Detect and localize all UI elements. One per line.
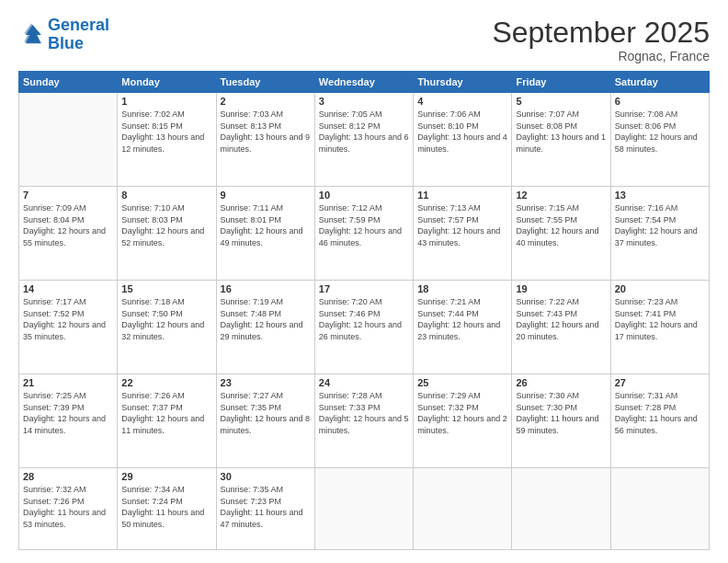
day-number: 5 — [516, 96, 606, 107]
table-row: 2Sunrise: 7:03 AM Sunset: 8:13 PM Daylig… — [216, 93, 314, 187]
table-row: 18Sunrise: 7:21 AM Sunset: 7:44 PM Dayli… — [414, 281, 512, 374]
cell-content: Sunrise: 7:09 AM Sunset: 8:04 PM Dayligh… — [23, 202, 113, 248]
col-friday: Friday — [512, 72, 610, 93]
table-row: 5Sunrise: 7:07 AM Sunset: 8:08 PM Daylig… — [512, 93, 610, 187]
table-row: 4Sunrise: 7:06 AM Sunset: 8:10 PM Daylig… — [414, 93, 512, 187]
day-number: 20 — [615, 283, 705, 294]
cell-content: Sunrise: 7:13 AM Sunset: 7:57 PM Dayligh… — [417, 202, 507, 248]
cell-content: Sunrise: 7:10 AM Sunset: 8:03 PM Dayligh… — [121, 202, 211, 248]
day-number: 16 — [221, 283, 311, 294]
day-number: 9 — [221, 190, 311, 201]
logo: General Blue — [18, 17, 109, 53]
table-row: 30Sunrise: 7:35 AM Sunset: 7:23 PM Dayli… — [216, 468, 314, 550]
day-number: 13 — [615, 190, 705, 201]
day-number: 8 — [121, 190, 211, 201]
cell-content: Sunrise: 7:20 AM Sunset: 7:46 PM Dayligh… — [319, 296, 409, 342]
day-number: 28 — [23, 471, 113, 482]
table-row: 6Sunrise: 7:08 AM Sunset: 8:06 PM Daylig… — [610, 93, 709, 187]
table-row: 17Sunrise: 7:20 AM Sunset: 7:46 PM Dayli… — [314, 281, 413, 374]
svg-marker-1 — [24, 23, 40, 41]
table-row: 14Sunrise: 7:17 AM Sunset: 7:52 PM Dayli… — [19, 281, 118, 374]
cell-content: Sunrise: 7:31 AM Sunset: 7:28 PM Dayligh… — [615, 390, 705, 436]
day-number: 14 — [23, 283, 113, 294]
table-row: 29Sunrise: 7:34 AM Sunset: 7:24 PM Dayli… — [118, 468, 216, 550]
table-row: 26Sunrise: 7:30 AM Sunset: 7:30 PM Dayli… — [512, 374, 610, 468]
day-number: 7 — [23, 190, 113, 201]
day-number: 2 — [221, 96, 311, 107]
table-row: 20Sunrise: 7:23 AM Sunset: 7:41 PM Dayli… — [610, 281, 709, 374]
cell-content: Sunrise: 7:03 AM Sunset: 8:13 PM Dayligh… — [221, 109, 311, 155]
table-row: 22Sunrise: 7:26 AM Sunset: 7:37 PM Dayli… — [118, 374, 216, 468]
location: Rognac, France — [492, 49, 710, 63]
cell-content: Sunrise: 7:16 AM Sunset: 7:54 PM Dayligh… — [615, 202, 705, 248]
table-row — [512, 468, 610, 550]
table-row: 23Sunrise: 7:27 AM Sunset: 7:35 PM Dayli… — [216, 374, 314, 468]
day-number: 22 — [121, 377, 211, 388]
table-row: 13Sunrise: 7:16 AM Sunset: 7:54 PM Dayli… — [610, 187, 709, 281]
cell-content: Sunrise: 7:11 AM Sunset: 8:01 PM Dayligh… — [221, 202, 311, 248]
day-number: 19 — [516, 283, 606, 294]
table-row: 11Sunrise: 7:13 AM Sunset: 7:57 PM Dayli… — [414, 187, 512, 281]
table-row: 27Sunrise: 7:31 AM Sunset: 7:28 PM Dayli… — [610, 374, 709, 468]
day-number: 15 — [121, 283, 211, 294]
table-row: 28Sunrise: 7:32 AM Sunset: 7:26 PM Dayli… — [19, 468, 118, 550]
table-row — [414, 468, 512, 550]
header-row: Sunday Monday Tuesday Wednesday Thursday… — [19, 72, 710, 93]
col-monday: Monday — [118, 72, 216, 93]
table-row: 21Sunrise: 7:25 AM Sunset: 7:39 PM Dayli… — [19, 374, 118, 468]
table-row — [314, 468, 413, 550]
table-row: 1Sunrise: 7:02 AM Sunset: 8:15 PM Daylig… — [118, 93, 216, 187]
day-number: 12 — [516, 190, 606, 201]
cell-content: Sunrise: 7:15 AM Sunset: 7:55 PM Dayligh… — [516, 202, 606, 248]
table-row — [19, 93, 118, 187]
day-number: 6 — [615, 96, 705, 107]
table-row: 7Sunrise: 7:09 AM Sunset: 8:04 PM Daylig… — [19, 187, 118, 281]
day-number: 4 — [417, 96, 507, 107]
cell-content: Sunrise: 7:25 AM Sunset: 7:39 PM Dayligh… — [23, 390, 113, 436]
day-number: 18 — [417, 283, 507, 294]
cell-content: Sunrise: 7:05 AM Sunset: 8:12 PM Dayligh… — [319, 109, 409, 155]
cell-content: Sunrise: 7:35 AM Sunset: 7:23 PM Dayligh… — [221, 484, 311, 530]
cell-content: Sunrise: 7:21 AM Sunset: 7:44 PM Dayligh… — [417, 296, 507, 342]
table-row — [610, 468, 709, 550]
page: General Blue September 2025 Rognac, Fran… — [0, 0, 728, 563]
table-row: 10Sunrise: 7:12 AM Sunset: 7:59 PM Dayli… — [314, 187, 413, 281]
day-number: 29 — [121, 471, 211, 482]
day-number: 23 — [221, 377, 311, 388]
cell-content: Sunrise: 7:23 AM Sunset: 7:41 PM Dayligh… — [615, 296, 705, 342]
cell-content: Sunrise: 7:30 AM Sunset: 7:30 PM Dayligh… — [516, 390, 606, 436]
header: General Blue September 2025 Rognac, Fran… — [18, 17, 710, 63]
cell-content: Sunrise: 7:22 AM Sunset: 7:43 PM Dayligh… — [516, 296, 606, 342]
day-number: 1 — [121, 96, 211, 107]
cell-content: Sunrise: 7:02 AM Sunset: 8:15 PM Dayligh… — [121, 109, 211, 155]
cell-content: Sunrise: 7:08 AM Sunset: 8:06 PM Dayligh… — [615, 109, 705, 155]
day-number: 30 — [221, 471, 311, 482]
table-row: 16Sunrise: 7:19 AM Sunset: 7:48 PM Dayli… — [216, 281, 314, 374]
day-number: 17 — [319, 283, 409, 294]
day-number: 21 — [23, 377, 113, 388]
cell-content: Sunrise: 7:26 AM Sunset: 7:37 PM Dayligh… — [121, 390, 211, 436]
table-row: 3Sunrise: 7:05 AM Sunset: 8:12 PM Daylig… — [314, 93, 413, 187]
col-sunday: Sunday — [19, 72, 118, 93]
table-row: 25Sunrise: 7:29 AM Sunset: 7:32 PM Dayli… — [414, 374, 512, 468]
day-number: 26 — [516, 377, 606, 388]
cell-content: Sunrise: 7:06 AM Sunset: 8:10 PM Dayligh… — [417, 109, 507, 155]
table-row: 12Sunrise: 7:15 AM Sunset: 7:55 PM Dayli… — [512, 187, 610, 281]
logo-text: General Blue — [48, 17, 109, 53]
day-number: 10 — [319, 190, 409, 201]
cell-content: Sunrise: 7:07 AM Sunset: 8:08 PM Dayligh… — [516, 109, 606, 155]
day-number: 11 — [417, 190, 507, 201]
cell-content: Sunrise: 7:32 AM Sunset: 7:26 PM Dayligh… — [23, 484, 113, 530]
day-number: 24 — [319, 377, 409, 388]
cell-content: Sunrise: 7:17 AM Sunset: 7:52 PM Dayligh… — [23, 296, 113, 342]
month-title: September 2025 — [492, 17, 710, 49]
col-saturday: Saturday — [610, 72, 709, 93]
table-row: 9Sunrise: 7:11 AM Sunset: 8:01 PM Daylig… — [216, 187, 314, 281]
cell-content: Sunrise: 7:12 AM Sunset: 7:59 PM Dayligh… — [319, 202, 409, 248]
cell-content: Sunrise: 7:18 AM Sunset: 7:50 PM Dayligh… — [121, 296, 211, 342]
day-number: 3 — [319, 96, 409, 107]
title-block: September 2025 Rognac, France — [492, 17, 710, 63]
cell-content: Sunrise: 7:34 AM Sunset: 7:24 PM Dayligh… — [121, 484, 211, 530]
cell-content: Sunrise: 7:27 AM Sunset: 7:35 PM Dayligh… — [221, 390, 311, 436]
col-thursday: Thursday — [414, 72, 512, 93]
